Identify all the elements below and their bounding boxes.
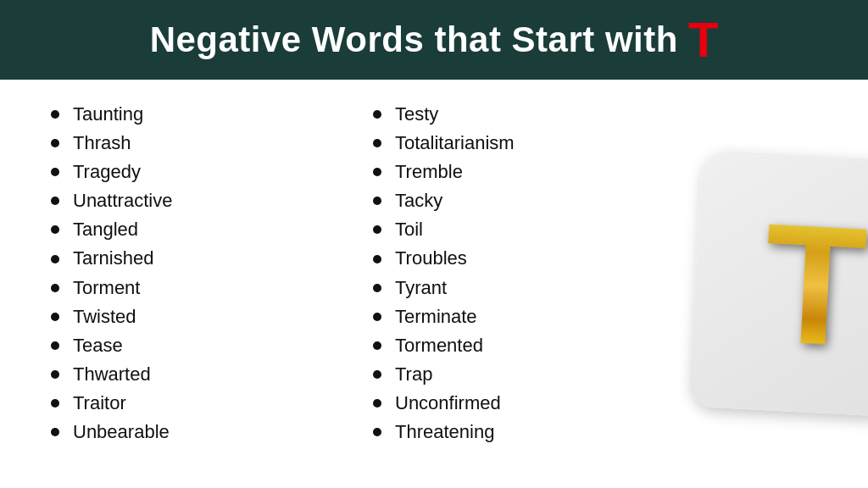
word-text: Taunting <box>73 100 143 129</box>
list-item: Taunting <box>51 100 373 129</box>
bullet-icon <box>51 110 59 119</box>
header-letter: T <box>688 15 718 64</box>
list-item: Troubles <box>373 244 695 273</box>
word-column-2: TestyTotalitarianismTrembleTackyToilTrou… <box>373 97 695 466</box>
bullet-icon <box>373 370 381 379</box>
header-title: Negative Words that Start with <box>150 19 678 60</box>
bullet-icon <box>51 255 59 263</box>
list-item: Tarnished <box>51 244 373 273</box>
word-text: Totalitarianism <box>395 129 515 158</box>
bullet-icon <box>51 284 59 292</box>
word-text: Testy <box>395 100 438 129</box>
word-text: Tyrant <box>395 274 447 302</box>
list-item: Tangled <box>51 215 373 244</box>
bullet-icon <box>373 225 381 234</box>
bullet-icon <box>51 341 59 350</box>
list-item: Threatening <box>373 418 695 446</box>
list-item: Tacky <box>373 186 695 215</box>
word-text: Terminate <box>395 302 477 331</box>
list-item: Tyrant <box>373 274 695 302</box>
list-item: Tormented <box>373 331 695 360</box>
list-item: Unattractive <box>51 186 373 215</box>
list-item: Totalitarianism <box>373 129 695 158</box>
list-item: Thrash <box>51 129 373 158</box>
word-text: Threatening <box>395 418 494 446</box>
bullet-icon <box>373 341 381 350</box>
word-text: Tormented <box>395 331 483 360</box>
word-text: Thrash <box>73 129 131 158</box>
word-text: Tease <box>73 331 123 360</box>
word-text: Tremble <box>395 158 463 186</box>
letter-t-card: T <box>688 152 868 419</box>
bullet-icon <box>373 168 381 176</box>
bullet-icon <box>51 197 59 205</box>
word-text: Trap <box>395 360 432 389</box>
list-item: Traitor <box>51 389 373 418</box>
list-item: Twisted <box>51 302 373 331</box>
list-item: Tragedy <box>51 158 373 186</box>
list-item: Toil <box>373 215 695 244</box>
word-text: Tragedy <box>73 158 141 186</box>
bullet-icon <box>51 225 59 234</box>
image-area: T <box>695 97 868 466</box>
word-text: Unbearable <box>73 418 170 446</box>
list-item: Testy <box>373 100 695 129</box>
word-text: Tarnished <box>73 244 153 273</box>
bullet-icon <box>51 370 59 379</box>
bullet-icon <box>373 313 381 321</box>
list-item: Thwarted <box>51 360 373 389</box>
word-column-1: TauntingThrashTragedyUnattractiveTangled… <box>51 97 373 466</box>
bullet-icon <box>51 168 59 176</box>
bullet-icon <box>373 197 381 205</box>
word-text: Torment <box>73 274 140 302</box>
bullet-icon <box>51 313 59 321</box>
bullet-icon <box>373 399 381 408</box>
list-item: Unbearable <box>51 418 373 446</box>
list-item: Tremble <box>373 158 695 186</box>
page-header: Negative Words that Start with T <box>0 0 868 80</box>
word-text: Unattractive <box>73 186 172 215</box>
word-text: Traitor <box>73 389 126 418</box>
list-item: Trap <box>373 360 695 389</box>
bullet-icon <box>373 284 381 292</box>
bullet-icon <box>51 139 59 147</box>
word-text: Toil <box>395 215 423 244</box>
word-text: Troubles <box>395 244 467 273</box>
bullet-icon <box>51 428 59 436</box>
bullet-icon <box>51 399 59 408</box>
word-text: Thwarted <box>73 360 151 389</box>
bullet-icon <box>373 255 381 263</box>
bullet-icon <box>373 139 381 147</box>
content-area: TauntingThrashTragedyUnattractiveTangled… <box>0 80 868 474</box>
list-item: Terminate <box>373 302 695 331</box>
word-text: Tacky <box>395 186 442 215</box>
bullet-icon <box>373 110 381 119</box>
list-item: Tease <box>51 331 373 360</box>
gold-t-letter: T <box>760 198 867 373</box>
bullet-icon <box>373 428 381 436</box>
word-text: Unconfirmed <box>395 389 501 418</box>
word-text: Twisted <box>73 302 136 331</box>
list-item: Torment <box>51 274 373 302</box>
list-item: Unconfirmed <box>373 389 695 418</box>
word-text: Tangled <box>73 215 138 244</box>
